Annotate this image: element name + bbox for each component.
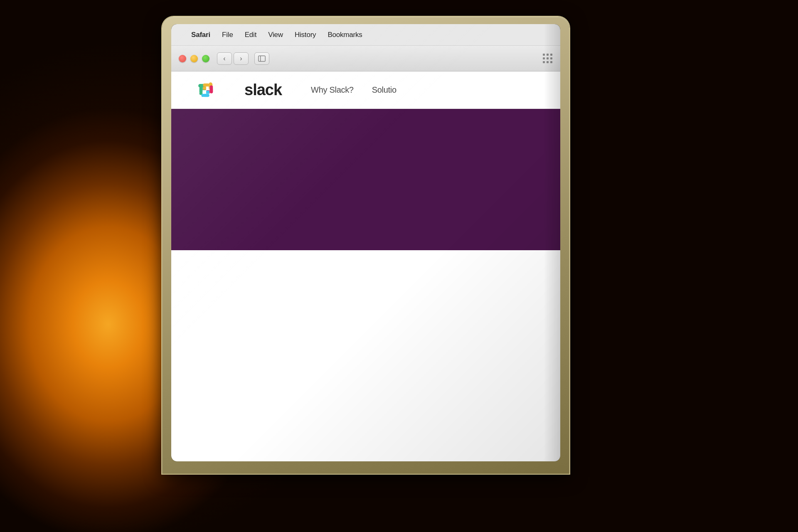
- minimize-button[interactable]: [190, 55, 198, 62]
- svg-rect-14: [206, 91, 209, 94]
- slack-logo-text: slack: [244, 81, 282, 99]
- back-arrow-icon: ‹: [223, 55, 225, 62]
- maximize-button[interactable]: [202, 55, 209, 62]
- webpage-content: slack Why Slack? Solutio: [171, 71, 560, 461]
- menubar-safari[interactable]: Safari: [191, 31, 210, 39]
- menubar-view[interactable]: View: [268, 31, 283, 39]
- svg-point-15: [201, 94, 204, 97]
- forward-arrow-icon: ›: [240, 55, 242, 62]
- close-button[interactable]: [179, 55, 186, 62]
- svg-rect-0: [259, 56, 265, 61]
- menubar-edit[interactable]: Edit: [245, 31, 257, 39]
- slack-icon: [196, 80, 216, 100]
- forward-button[interactable]: ›: [234, 52, 249, 65]
- svg-point-12: [210, 85, 213, 89]
- slack-hero-section: [171, 109, 560, 250]
- menubar-history[interactable]: History: [295, 31, 316, 39]
- slack-logo[interactable]: slack: [196, 80, 282, 100]
- menubar-file[interactable]: File: [222, 31, 233, 39]
- sidebar-toggle-button[interactable]: [254, 52, 269, 65]
- slack-navbar: slack Why Slack? Solutio: [171, 71, 560, 109]
- slack-nav-solutions[interactable]: Solutio: [372, 85, 397, 95]
- screen-bezel: Safari File Edit View History Bookmarks …: [171, 24, 560, 461]
- sidebar-icon: [258, 55, 266, 62]
- traffic-lights: [179, 55, 209, 62]
- laptop-frame: Safari File Edit View History Bookmarks …: [162, 17, 569, 474]
- right-edge-fade: [544, 24, 560, 461]
- slack-nav-why-slack[interactable]: Why Slack?: [311, 85, 354, 95]
- menubar: Safari File Edit View History Bookmarks: [171, 24, 560, 46]
- safari-toolbar: ‹ ›: [171, 46, 560, 71]
- slack-nav-items: Why Slack? Solutio: [311, 85, 397, 95]
- svg-rect-8: [203, 86, 206, 90]
- menubar-bookmarks[interactable]: Bookmarks: [328, 31, 362, 39]
- back-button[interactable]: ‹: [217, 52, 232, 65]
- nav-buttons: ‹ ›: [217, 52, 249, 65]
